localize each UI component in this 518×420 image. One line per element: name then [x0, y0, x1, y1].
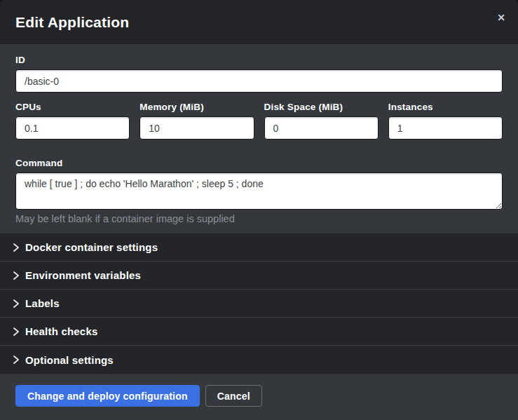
section-label: Docker container settings	[25, 241, 158, 253]
instances-label: Instances	[388, 102, 503, 112]
collapsible-sections: Docker container settings Environment va…	[0, 233, 518, 374]
command-field-group: Command while [ true ] ; do echo 'Hello …	[15, 158, 503, 224]
section-label: Environment variables	[25, 269, 141, 281]
instances-field-group: Instances	[388, 102, 503, 149]
memory-input[interactable]	[139, 116, 254, 140]
id-field-group: ID	[15, 55, 503, 93]
instances-input[interactable]	[388, 116, 503, 140]
section-optional-settings[interactable]: Optional settings	[0, 346, 518, 374]
id-label: ID	[15, 55, 503, 65]
edit-application-modal: Edit Application ✕ ID CPUs Memory (MiB) …	[0, 0, 518, 420]
cancel-button[interactable]: Cancel	[205, 385, 262, 407]
section-label: Health checks	[25, 325, 97, 337]
command-help-text: May be left blank if a container image i…	[15, 213, 503, 224]
section-docker-container-settings[interactable]: Docker container settings	[0, 233, 518, 262]
chevron-right-icon	[13, 355, 20, 364]
command-textarea[interactable]: while [ true ] ; do echo 'Hello Marathon…	[15, 172, 503, 210]
application-form: ID CPUs Memory (MiB) Disk Space (MiB) In…	[0, 44, 518, 233]
close-icon[interactable]: ✕	[494, 10, 508, 25]
command-label: Command	[15, 158, 503, 168]
memory-field-group: Memory (MiB)	[139, 102, 254, 140]
chevron-right-icon	[13, 243, 20, 252]
disk-label: Disk Space (MiB)	[264, 102, 379, 112]
modal-title: Edit Application	[15, 14, 129, 31]
id-input[interactable]	[15, 69, 503, 93]
memory-label: Memory (MiB)	[139, 102, 254, 112]
modal-footer: Change and deploy configuration Cancel	[0, 374, 518, 420]
resources-row: CPUs Memory (MiB) Disk Space (MiB) Insta…	[15, 102, 503, 149]
cpus-label: CPUs	[15, 102, 130, 112]
cpus-input[interactable]	[15, 116, 130, 140]
section-health-checks[interactable]: Health checks	[0, 318, 518, 346]
disk-input[interactable]	[264, 116, 379, 140]
chevron-right-icon	[13, 271, 20, 280]
chevron-right-icon	[13, 327, 20, 336]
section-environment-variables[interactable]: Environment variables	[0, 262, 518, 290]
disk-field-group: Disk Space (MiB)	[264, 102, 379, 140]
section-label: Optional settings	[25, 354, 114, 366]
section-label: Labels	[25, 297, 60, 309]
cpus-field-group: CPUs	[15, 102, 130, 140]
change-and-deploy-button[interactable]: Change and deploy configuration	[15, 385, 200, 407]
section-labels[interactable]: Labels	[0, 290, 518, 318]
chevron-right-icon	[13, 299, 20, 308]
modal-header: Edit Application ✕	[0, 0, 518, 44]
